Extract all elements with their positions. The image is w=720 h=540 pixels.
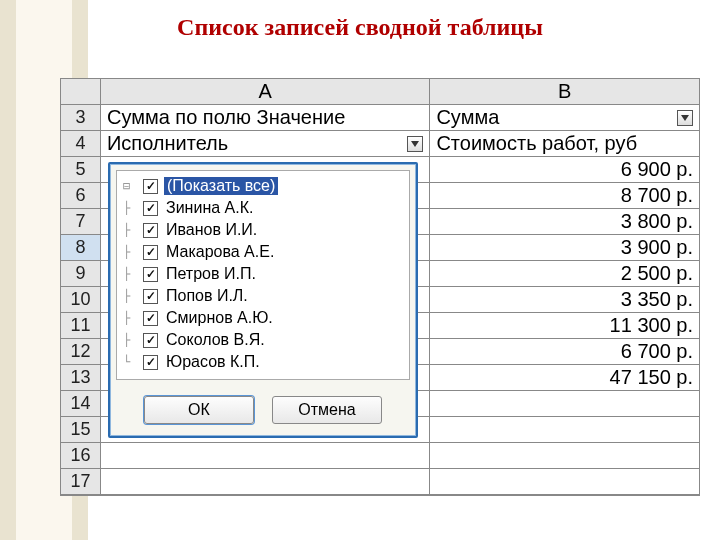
- cell-B14[interactable]: [430, 391, 700, 417]
- col-header-A[interactable]: A: [101, 79, 430, 105]
- tree-connector-icon: └: [123, 355, 143, 369]
- ok-button[interactable]: ОК: [144, 396, 254, 424]
- filter-item[interactable]: └Юрасов К.П.: [123, 351, 403, 373]
- tree-connector-icon: ├: [123, 201, 143, 215]
- filter-popup: ⊟(Показать все)├Зинина А.К.├Иванов И.И.├…: [108, 162, 418, 438]
- row-number[interactable]: 15: [61, 417, 101, 443]
- tree-connector-icon: ├: [123, 333, 143, 347]
- chevron-down-icon: [681, 115, 689, 121]
- checkbox[interactable]: [143, 289, 158, 304]
- row-number[interactable]: 14: [61, 391, 101, 417]
- table-row: 3 Сумма по полю Значение Сумма: [61, 105, 700, 131]
- row-number[interactable]: 6: [61, 183, 101, 209]
- cell-B8[interactable]: 3 900 р.: [430, 235, 700, 261]
- filter-item-label: Попов И.Л.: [164, 287, 250, 305]
- cell-B12[interactable]: 6 700 р.: [430, 339, 700, 365]
- cell-B6[interactable]: 8 700 р.: [430, 183, 700, 209]
- row-number[interactable]: 9: [61, 261, 101, 287]
- checkbox[interactable]: [143, 355, 158, 370]
- checkbox[interactable]: [143, 223, 158, 238]
- filter-item[interactable]: ⊟(Показать все): [123, 175, 403, 197]
- filter-item-label: Соколов В.Я.: [164, 331, 267, 349]
- row-number[interactable]: 10: [61, 287, 101, 313]
- cell-A4-text: Исполнитель: [107, 132, 228, 155]
- filter-item[interactable]: ├Иванов И.И.: [123, 219, 403, 241]
- row-number[interactable]: 5: [61, 157, 101, 183]
- filter-item[interactable]: ├Макарова А.Е.: [123, 241, 403, 263]
- filter-item-label: Иванов И.И.: [164, 221, 259, 239]
- cell-A4[interactable]: Исполнитель: [101, 131, 430, 157]
- filter-item[interactable]: ├Петров И.П.: [123, 263, 403, 285]
- chevron-down-icon: [411, 141, 419, 147]
- svg-marker-1: [411, 141, 419, 147]
- table-row: 4 Исполнитель Стоимость работ, руб: [61, 131, 700, 157]
- cell-A16[interactable]: [101, 443, 430, 469]
- cell-B3[interactable]: Сумма: [430, 105, 700, 131]
- filter-item-label: Петров И.П.: [164, 265, 258, 283]
- col-header-B[interactable]: B: [430, 79, 700, 105]
- svg-marker-0: [681, 115, 689, 121]
- filter-item[interactable]: ├Смирнов А.Ю.: [123, 307, 403, 329]
- cell-A3[interactable]: Сумма по полю Значение: [101, 105, 430, 131]
- cell-B13[interactable]: 47 150 р.: [430, 365, 700, 391]
- filter-item-label: Смирнов А.Ю.: [164, 309, 275, 327]
- tree-connector-icon: ├: [123, 245, 143, 259]
- cell-B5[interactable]: 6 900 р.: [430, 157, 700, 183]
- cancel-button[interactable]: Отмена: [272, 396, 382, 424]
- row-number[interactable]: 4: [61, 131, 101, 157]
- checkbox[interactable]: [143, 201, 158, 216]
- filter-button-row: ОК Отмена: [110, 386, 416, 436]
- checkbox[interactable]: [143, 267, 158, 282]
- cell-B7[interactable]: 3 800 р.: [430, 209, 700, 235]
- cell-B17[interactable]: [430, 469, 700, 495]
- checkbox[interactable]: [143, 311, 158, 326]
- row-number[interactable]: 13: [61, 365, 101, 391]
- row-number[interactable]: 11: [61, 313, 101, 339]
- cell-B15[interactable]: [430, 417, 700, 443]
- cell-B16[interactable]: [430, 443, 700, 469]
- checkbox[interactable]: [143, 179, 158, 194]
- checkbox[interactable]: [143, 245, 158, 260]
- filter-list[interactable]: ⊟(Показать все)├Зинина А.К.├Иванов И.И.├…: [116, 170, 410, 380]
- row-number[interactable]: 17: [61, 469, 101, 495]
- row-number[interactable]: 8: [61, 235, 101, 261]
- cell-B10[interactable]: 3 350 р.: [430, 287, 700, 313]
- cell-B4[interactable]: Стоимость работ, руб: [430, 131, 700, 157]
- checkbox[interactable]: [143, 333, 158, 348]
- filter-item[interactable]: ├Попов И.Л.: [123, 285, 403, 307]
- filter-item-label: (Показать все): [164, 177, 278, 195]
- table-row: 16: [61, 443, 700, 469]
- tree-connector-icon: ├: [123, 289, 143, 303]
- tree-connector-icon: ├: [123, 311, 143, 325]
- cell-B9[interactable]: 2 500 р.: [430, 261, 700, 287]
- filter-item[interactable]: ├Соколов В.Я.: [123, 329, 403, 351]
- tree-connector-icon: ⊟: [123, 179, 143, 193]
- tree-connector-icon: ├: [123, 223, 143, 237]
- row-number[interactable]: 7: [61, 209, 101, 235]
- filter-item-label: Зинина А.К.: [164, 199, 255, 217]
- filter-item-label: Макарова А.Е.: [164, 243, 276, 261]
- row-number[interactable]: 12: [61, 339, 101, 365]
- tree-connector-icon: ├: [123, 267, 143, 281]
- page-title: Список записей сводной таблицы: [0, 14, 720, 41]
- column-header-row: A B: [61, 79, 700, 105]
- row-number[interactable]: 16: [61, 443, 101, 469]
- select-all-corner[interactable]: [61, 79, 101, 105]
- row-number[interactable]: 3: [61, 105, 101, 131]
- cell-A17[interactable]: [101, 469, 430, 495]
- filter-dropdown-A4[interactable]: [407, 136, 423, 152]
- cell-B3-text: Сумма: [436, 106, 499, 129]
- filter-dropdown-B3[interactable]: [677, 110, 693, 126]
- table-row: 17: [61, 469, 700, 495]
- filter-item[interactable]: ├Зинина А.К.: [123, 197, 403, 219]
- filter-item-label: Юрасов К.П.: [164, 353, 262, 371]
- cell-B11[interactable]: 11 300 р.: [430, 313, 700, 339]
